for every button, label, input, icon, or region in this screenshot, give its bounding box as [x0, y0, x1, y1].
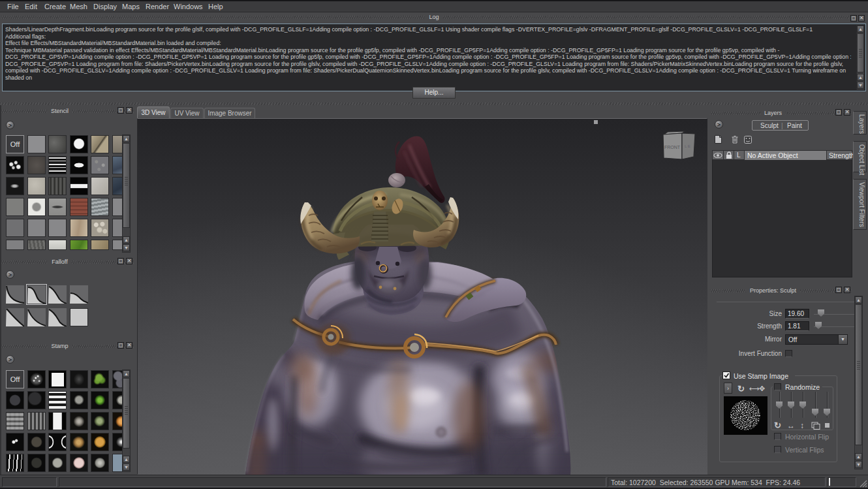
svg-text:FRONT: FRONT	[664, 145, 681, 150]
svg-text:L E: L E	[685, 144, 690, 148]
